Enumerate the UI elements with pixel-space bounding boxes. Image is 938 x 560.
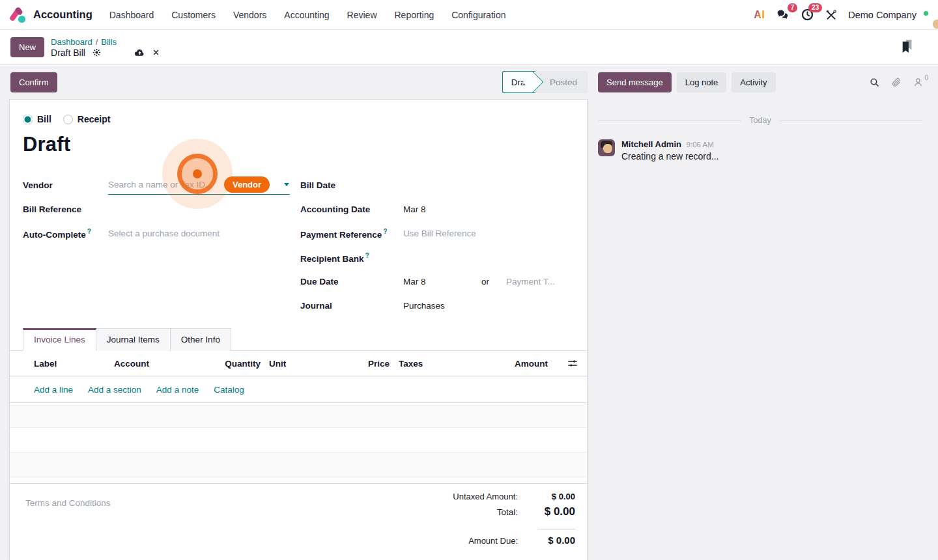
log-note-button[interactable]: Log note — [677, 72, 727, 92]
status-posted[interactable]: Posted — [535, 71, 588, 93]
add-note-link[interactable]: Add a note — [156, 385, 199, 395]
payment-terms-field[interactable]: Payment T... — [506, 277, 555, 287]
page-title: Draft — [23, 133, 574, 156]
line-actions: Add a line Add a section Add a note Cata… — [10, 376, 587, 403]
due-date-field[interactable]: Mar 8 — [403, 277, 481, 287]
breadcrumb-separator: / — [96, 37, 98, 47]
gear-icon[interactable] — [92, 48, 102, 57]
form-right-column: Bill Date Accounting Date Mar 8 Payment … — [300, 173, 574, 318]
journal-field[interactable]: Purchases — [403, 301, 445, 311]
auto-complete-label: Auto-Complete? — [23, 228, 108, 240]
empty-row — [10, 403, 587, 428]
add-line-link[interactable]: Add a line — [34, 385, 73, 395]
terms-and-conditions-field[interactable]: Terms and Conditions — [25, 492, 398, 550]
confirm-button[interactable]: Confirm — [10, 72, 57, 92]
journal-label: Journal — [300, 301, 403, 311]
date-divider: Today — [598, 116, 922, 125]
menu-customers[interactable]: Customers — [171, 10, 216, 20]
menu-accounting[interactable]: Accounting — [284, 10, 329, 20]
column-taxes: Taxes — [399, 359, 503, 369]
total-label: Total: — [497, 507, 518, 517]
vendor-type-button[interactable]: Vendor — [224, 176, 270, 193]
activity-button[interactable]: Activity — [732, 72, 775, 92]
tab-invoice-lines[interactable]: Invoice Lines — [23, 328, 96, 351]
app-logo-icon[interactable] — [10, 7, 27, 23]
message-avatar[interactable] — [598, 139, 615, 156]
column-amount: Amount — [503, 359, 553, 369]
vendor-search-input[interactable] — [108, 180, 224, 189]
radio-receipt-dot — [63, 115, 73, 124]
messages-icon[interactable]: 7 — [776, 8, 789, 21]
radio-bill[interactable]: Bill — [23, 114, 51, 124]
total-value: $ 0.00 — [518, 505, 575, 518]
chatter-message: Mitchell Admin 9:06 AM Creating a new re… — [598, 139, 922, 161]
add-section-link[interactable]: Add a section — [88, 385, 141, 395]
bookmark-icon[interactable] — [900, 38, 915, 54]
menu-vendors[interactable]: Vendors — [233, 10, 266, 20]
column-price: Price — [328, 359, 390, 369]
ai-icon[interactable]: AI — [754, 9, 765, 21]
help-icon: ? — [365, 252, 369, 259]
new-button[interactable]: New — [10, 37, 44, 57]
vendor-dropdown-caret-icon[interactable] — [284, 183, 289, 186]
bill-form-card: Bill Receipt Draft Vendor Vendor — [9, 99, 588, 560]
top-nav: Accounting Dashboard Customers Vendors A… — [0, 0, 938, 30]
help-icon: ? — [87, 228, 91, 235]
chatter-panel: Today Mitchell Admin 9:06 AM Creating a … — [588, 99, 938, 560]
column-unit: Unit — [269, 359, 328, 369]
vendor-label: Vendor — [23, 180, 108, 190]
optional-columns-icon[interactable] — [553, 359, 578, 368]
followers-icon[interactable]: 0 — [913, 77, 924, 88]
bill-reference-label: Bill Reference — [23, 204, 108, 214]
discard-icon[interactable] — [152, 48, 160, 57]
attachment-icon[interactable] — [891, 77, 902, 88]
presence-dot — [922, 10, 930, 17]
send-message-button[interactable]: Send message — [598, 72, 672, 92]
save-cloud-icon[interactable] — [134, 48, 145, 57]
radio-bill-dot — [23, 115, 33, 124]
debug-tools-icon[interactable] — [825, 9, 837, 21]
menu-dashboard[interactable]: Dashboard — [109, 10, 154, 20]
menu-reporting[interactable]: Reporting — [395, 10, 434, 20]
company-name[interactable]: Demo Company — [848, 10, 917, 20]
breadcrumb-bar: New Dashboard / Bills Draft Bill — [0, 30, 938, 65]
tab-journal-items[interactable]: Journal Items — [96, 328, 171, 351]
column-quantity: Quantity — [221, 359, 261, 369]
tab-other-info[interactable]: Other Info — [171, 328, 231, 351]
activities-clock-icon[interactable]: 23 — [801, 8, 814, 21]
empty-row — [10, 428, 587, 453]
column-label: Label — [34, 359, 114, 369]
help-icon: ? — [383, 228, 387, 235]
breadcrumb-dashboard[interactable]: Dashboard — [51, 37, 92, 47]
search-messages-icon[interactable] — [869, 77, 880, 88]
untaxed-amount-value: $ 0.00 — [518, 492, 575, 501]
form-left-column: Vendor Vendor Bill Reference Auto-Comple… — [23, 173, 300, 318]
due-date-label: Due Date — [300, 277, 403, 287]
untaxed-amount-label: Untaxed Amount: — [453, 492, 518, 501]
totals-divider — [537, 529, 575, 529]
followers-count: 0 — [924, 74, 928, 81]
messages-badge: 7 — [788, 3, 798, 12]
amount-due-label: Amount Due: — [468, 536, 518, 546]
breadcrumb: Dashboard / Bills Draft Bill — [51, 37, 160, 58]
payment-reference-field[interactable]: Use Bill Reference — [403, 229, 476, 238]
vendor-field[interactable]: Vendor — [108, 176, 290, 195]
accounting-date-field[interactable]: Mar 8 — [403, 204, 426, 214]
accounting-date-label: Accounting Date — [300, 204, 403, 214]
breadcrumb-bills[interactable]: Bills — [101, 37, 117, 47]
radio-receipt[interactable]: Receipt — [63, 114, 111, 124]
amount-due-value: $ 0.00 — [518, 535, 575, 546]
column-account: Account — [114, 359, 221, 369]
message-author[interactable]: Mitchell Admin — [621, 139, 681, 149]
catalog-link[interactable]: Catalog — [214, 385, 244, 395]
status-draft[interactable]: Draft — [502, 71, 535, 93]
message-text: Creating a new record... — [621, 151, 718, 161]
activities-badge: 23 — [808, 3, 822, 12]
app-title: Accounting — [33, 8, 92, 21]
menu-configuration[interactable]: Configuration — [451, 10, 505, 20]
invoice-lines-header: Label Account Quantity Unit Price Taxes … — [10, 351, 587, 376]
empty-row — [10, 477, 587, 484]
auto-complete-field[interactable]: Select a purchase document — [108, 229, 220, 238]
main-menu: Dashboard Customers Vendors Accounting R… — [109, 10, 506, 20]
menu-review[interactable]: Review — [347, 10, 377, 20]
